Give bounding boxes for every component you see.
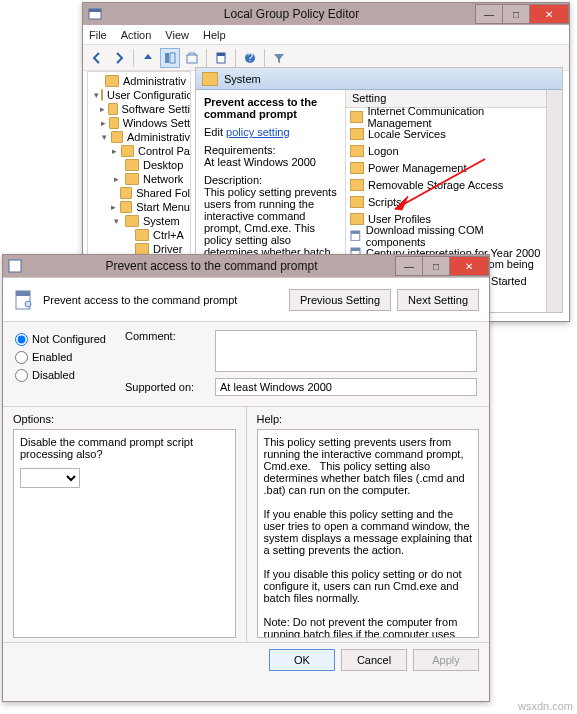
tree-node[interactable]: ▸Start Menu bbox=[88, 200, 190, 214]
policy-dialog: Prevent access to the command prompt — □… bbox=[2, 254, 490, 702]
config-area: Not Configured Enabled Disabled Comment:… bbox=[3, 322, 489, 407]
option-text: Disable the command prompt script proces… bbox=[20, 436, 229, 460]
ok-button[interactable]: OK bbox=[269, 649, 335, 671]
svg-rect-3 bbox=[170, 53, 175, 63]
up-button[interactable] bbox=[138, 48, 158, 68]
dialog-header: Prevent access to the command prompt Pre… bbox=[3, 278, 489, 322]
dialog-maximize-button[interactable]: □ bbox=[422, 256, 450, 276]
tree-node[interactable]: Ctrl+A bbox=[88, 228, 190, 242]
watermark: wsxdn.com bbox=[518, 700, 573, 712]
settings-row-label: Download missing COM components bbox=[366, 224, 542, 248]
option-select[interactable] bbox=[20, 468, 80, 488]
svg-rect-10 bbox=[351, 230, 360, 233]
details-header: System bbox=[196, 68, 562, 90]
settings-row[interactable]: Download missing COM components bbox=[346, 227, 546, 244]
help-text: This policy setting prevents users from … bbox=[257, 429, 480, 638]
properties-button[interactable] bbox=[211, 48, 231, 68]
radio-enabled-label: Enabled bbox=[32, 351, 72, 363]
tree-node[interactable]: ▸Software Setti bbox=[88, 102, 190, 116]
tree-node[interactable]: ▾Administrativ bbox=[88, 130, 190, 144]
help-pane: Help: This policy setting prevents users… bbox=[247, 407, 490, 642]
menu-help[interactable]: Help bbox=[203, 29, 226, 41]
settings-row[interactable]: Scripts bbox=[346, 193, 546, 210]
folder-icon bbox=[350, 213, 364, 225]
menu-action[interactable]: Action bbox=[121, 29, 152, 41]
help-label: Help: bbox=[257, 413, 480, 425]
setting-icon bbox=[350, 230, 362, 242]
svg-text:?: ? bbox=[247, 51, 253, 63]
forward-button[interactable] bbox=[109, 48, 129, 68]
filter-button[interactable] bbox=[269, 48, 289, 68]
svg-point-28 bbox=[25, 301, 31, 307]
menu-view[interactable]: View bbox=[165, 29, 189, 41]
settings-row[interactable]: Removable Storage Access bbox=[346, 176, 546, 193]
next-setting-button[interactable]: Next Setting bbox=[397, 289, 479, 311]
dialog-footer: OK Cancel Apply bbox=[3, 643, 489, 677]
svg-rect-4 bbox=[187, 55, 197, 63]
comment-label: Comment: bbox=[125, 330, 215, 342]
tree-node[interactable]: ▾User Configuratio bbox=[88, 88, 190, 102]
tree-node[interactable]: ▸Network bbox=[88, 172, 190, 186]
edit-prefix: Edit bbox=[204, 126, 226, 138]
settings-row[interactable]: Power Management bbox=[346, 159, 546, 176]
dialog-title: Prevent access to the command prompt bbox=[27, 259, 396, 273]
radio-not-configured[interactable]: Not Configured bbox=[15, 330, 125, 348]
folder-icon bbox=[350, 128, 364, 140]
options-label: Options: bbox=[13, 413, 236, 425]
menu-file[interactable]: File bbox=[89, 29, 107, 41]
tree-node[interactable]: Desktop bbox=[88, 158, 190, 172]
settings-row-label: Power Management bbox=[368, 162, 466, 174]
dialog-close-button[interactable]: ✕ bbox=[449, 256, 489, 276]
svg-rect-25 bbox=[9, 260, 21, 272]
edit-policy-link[interactable]: policy setting bbox=[226, 126, 290, 138]
supported-field bbox=[215, 378, 477, 396]
settings-row-label: Internet Communication Management bbox=[367, 105, 542, 129]
settings-row[interactable]: Logon bbox=[346, 142, 546, 159]
svg-rect-27 bbox=[16, 291, 30, 296]
dialog-titlebar[interactable]: Prevent access to the command prompt — □… bbox=[3, 255, 489, 277]
options-pane: Options: Disable the command prompt scri… bbox=[3, 407, 247, 642]
policy-icon bbox=[13, 289, 35, 311]
tree-node[interactable]: Administrativ bbox=[88, 74, 190, 88]
maximize-button[interactable]: □ bbox=[502, 4, 530, 24]
apply-button[interactable]: Apply bbox=[413, 649, 479, 671]
previous-setting-button[interactable]: Previous Setting bbox=[289, 289, 391, 311]
svg-rect-2 bbox=[165, 53, 169, 63]
gpedit-title: Local Group Policy Editor bbox=[107, 7, 476, 21]
show-hide-tree-button[interactable] bbox=[160, 48, 180, 68]
folder-icon bbox=[350, 145, 364, 157]
radio-disabled-label: Disabled bbox=[32, 369, 75, 381]
req-label: Requirements: bbox=[204, 144, 276, 156]
dialog-minimize-button[interactable]: — bbox=[395, 256, 423, 276]
folder-icon bbox=[350, 111, 363, 123]
selected-policy-title: Prevent access to the command prompt bbox=[204, 96, 337, 120]
dialog-app-icon bbox=[7, 258, 23, 274]
radio-enabled[interactable]: Enabled bbox=[15, 348, 125, 366]
radio-not-configured-label: Not Configured bbox=[32, 333, 106, 345]
cancel-button[interactable]: Cancel bbox=[341, 649, 407, 671]
tree-node[interactable]: ▸Windows Sett bbox=[88, 116, 190, 130]
gpedit-titlebar[interactable]: Local Group Policy Editor — □ ✕ bbox=[83, 3, 569, 25]
comment-textarea[interactable] bbox=[215, 330, 477, 372]
tree-node[interactable]: ▸Control Pa bbox=[88, 144, 190, 158]
close-button[interactable]: ✕ bbox=[529, 4, 569, 24]
minimize-button[interactable]: — bbox=[475, 4, 503, 24]
settings-row-label: Locale Services bbox=[368, 128, 446, 140]
list-scrollbar[interactable] bbox=[546, 90, 562, 312]
tree-node[interactable]: Shared Fol bbox=[88, 186, 190, 200]
folder-icon bbox=[350, 179, 364, 191]
help-button[interactable]: ? bbox=[240, 48, 260, 68]
details-header-text: System bbox=[224, 73, 261, 85]
dialog-heading: Prevent access to the command prompt bbox=[43, 294, 283, 306]
settings-row[interactable]: Internet Communication Management bbox=[346, 108, 546, 125]
export-button[interactable] bbox=[182, 48, 202, 68]
radio-disabled[interactable]: Disabled bbox=[15, 366, 125, 384]
settings-row-label: Scripts bbox=[368, 196, 402, 208]
back-button[interactable] bbox=[87, 48, 107, 68]
svg-rect-6 bbox=[217, 53, 225, 56]
tree-node[interactable]: ▾System bbox=[88, 214, 190, 228]
folder-icon bbox=[350, 196, 364, 208]
req-value: At least Windows 2000 bbox=[204, 156, 316, 168]
svg-rect-12 bbox=[351, 248, 360, 251]
svg-rect-1 bbox=[89, 9, 101, 12]
